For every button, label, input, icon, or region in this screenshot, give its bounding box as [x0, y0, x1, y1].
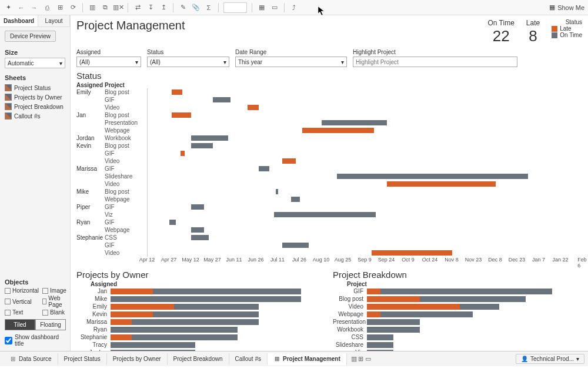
- bar-seg-ontime[interactable]: [380, 289, 553, 294]
- new-dashboard-icon[interactable]: ⊞: [358, 356, 365, 363]
- bar-seg-ontime[interactable]: [380, 311, 473, 317]
- fit-input[interactable]: [223, 2, 247, 13]
- sheet-tab[interactable]: Project Breakdown: [168, 353, 229, 365]
- bar-seg-ontime[interactable]: [132, 319, 259, 325]
- gantt-bar[interactable]: [322, 120, 387, 125]
- bar-seg-ontime[interactable]: [367, 334, 393, 340]
- bar-seg-late[interactable]: [367, 296, 420, 302]
- refresh-icon[interactable]: ⟳: [68, 3, 78, 12]
- gantt-bar[interactable]: [276, 189, 278, 194]
- object-item[interactable]: Horizontal: [5, 287, 39, 294]
- sheet-tab[interactable]: ⊞Project Management: [268, 353, 347, 365]
- gantt-bar[interactable]: [291, 197, 300, 202]
- new-story-icon[interactable]: ▭: [365, 356, 372, 363]
- tab-layout[interactable]: Layout: [38, 15, 70, 26]
- highlight-input[interactable]: [353, 57, 517, 67]
- gantt-bar[interactable]: [282, 243, 308, 248]
- gantt-bar[interactable]: [169, 220, 176, 225]
- new-data-icon[interactable]: ⊞: [55, 3, 65, 12]
- tiled-button[interactable]: Tiled: [5, 319, 35, 330]
- object-item[interactable]: Blank: [42, 309, 66, 316]
- gantt-bar[interactable]: [387, 181, 496, 187]
- gantt-bar[interactable]: [181, 151, 185, 156]
- gantt-bar[interactable]: [372, 250, 452, 256]
- object-item[interactable]: Vertical: [5, 295, 39, 308]
- tab-dashboard[interactable]: Dashboard: [0, 15, 38, 26]
- gantt-bar[interactable]: [191, 204, 204, 210]
- gantt-bar[interactable]: [302, 128, 374, 133]
- object-item[interactable]: Image: [42, 287, 66, 294]
- show-me-button[interactable]: ▦ Show Me: [549, 4, 584, 11]
- forward-icon[interactable]: →: [29, 3, 39, 12]
- gantt-bar[interactable]: [274, 212, 376, 217]
- share-icon[interactable]: ⤴: [289, 3, 299, 12]
- bar-seg-ontime[interactable]: [367, 327, 420, 333]
- filter-dropdown[interactable]: (All)▾: [76, 57, 141, 67]
- duplicate-icon[interactable]: ⧉: [101, 3, 110, 12]
- sort-asc-icon[interactable]: ↧: [146, 3, 155, 12]
- bar-seg-ontime[interactable]: [367, 319, 420, 325]
- gantt-bar[interactable]: [191, 143, 213, 148]
- bar-seg-late[interactable]: [367, 289, 380, 294]
- present-icon[interactable]: ▭: [270, 3, 279, 12]
- new-worksheet-icon[interactable]: ▥: [350, 356, 358, 363]
- bar-seg-late[interactable]: [111, 289, 153, 294]
- bar-seg-ontime[interactable]: [153, 311, 259, 317]
- bar-seg-late[interactable]: [111, 319, 132, 325]
- bar-seg-ontime[interactable]: [111, 327, 238, 333]
- floating-button[interactable]: Floating: [35, 319, 66, 330]
- gantt-bar[interactable]: [282, 158, 295, 164]
- bar-seg-late[interactable]: [367, 311, 380, 317]
- sheet-item[interactable]: Callout #s: [5, 111, 65, 121]
- gantt-bar[interactable]: [191, 227, 204, 233]
- user-menu[interactable]: 👤Technical Prod...▾: [516, 354, 584, 364]
- totals-icon[interactable]: Σ: [204, 3, 213, 12]
- group-icon[interactable]: 📎: [191, 3, 201, 12]
- filter-dropdown[interactable]: This year▾: [235, 57, 347, 67]
- bar-seg-ontime[interactable]: [111, 350, 195, 352]
- cards-icon[interactable]: ▦: [257, 3, 266, 12]
- device-preview-button[interactable]: Device Preview: [5, 31, 56, 42]
- filter-dropdown[interactable]: (All)▾: [147, 57, 229, 67]
- legend-ontime[interactable]: On Time: [552, 32, 582, 38]
- show-title-checkbox[interactable]: Show dashboard title: [5, 334, 66, 347]
- sheet-tab[interactable]: Callout #s: [229, 353, 268, 365]
- gantt-bar[interactable]: [191, 235, 209, 240]
- bar-seg-late[interactable]: [367, 304, 460, 310]
- back-icon[interactable]: ←: [16, 3, 26, 12]
- clear-icon[interactable]: ▥✕: [113, 3, 123, 12]
- bar-seg-ontime[interactable]: [367, 342, 393, 348]
- gantt-bar[interactable]: [337, 174, 529, 179]
- gantt-bar[interactable]: [213, 97, 230, 102]
- sheet-tab[interactable]: Project Status: [58, 353, 107, 365]
- bar-seg-late[interactable]: [111, 304, 174, 310]
- object-item[interactable]: Text: [5, 309, 39, 316]
- gantt-bar[interactable]: [259, 166, 270, 171]
- logo-icon[interactable]: ✦: [4, 3, 13, 12]
- bar-seg-ontime[interactable]: [460, 304, 500, 310]
- bar-seg-ontime[interactable]: [111, 296, 301, 302]
- legend-late[interactable]: Late: [552, 25, 582, 32]
- data-source-tab[interactable]: ⊞Data Source: [4, 353, 58, 365]
- sheet-item[interactable]: Projects by Owner: [5, 92, 65, 102]
- sheet-item[interactable]: Project Status: [5, 83, 65, 92]
- save-icon[interactable]: ⎙: [42, 3, 52, 12]
- new-sheet-icon[interactable]: ▥: [88, 3, 97, 12]
- swap-icon[interactable]: ⇄: [133, 3, 142, 12]
- bar-seg-ontime[interactable]: [174, 304, 259, 310]
- size-dropdown[interactable]: Automatic▾: [5, 58, 65, 68]
- bar-seg-ontime[interactable]: [153, 289, 301, 294]
- bar-seg-late[interactable]: [111, 311, 153, 317]
- highlight-icon[interactable]: ✎: [178, 3, 188, 12]
- bar-seg-ontime[interactable]: [367, 350, 393, 352]
- object-item[interactable]: Web Page: [42, 295, 66, 308]
- bar-seg-ontime[interactable]: [111, 342, 195, 348]
- sheet-item[interactable]: Project Breakdown: [5, 102, 65, 111]
- gantt-bar[interactable]: [172, 112, 191, 118]
- gantt-bar[interactable]: [172, 89, 183, 95]
- bar-seg-ontime[interactable]: [420, 296, 526, 302]
- sheet-tab[interactable]: Projects by Owner: [107, 353, 168, 365]
- gantt-bar[interactable]: [191, 135, 228, 141]
- gantt-bar[interactable]: [248, 105, 259, 110]
- bar-seg-late[interactable]: [111, 334, 132, 340]
